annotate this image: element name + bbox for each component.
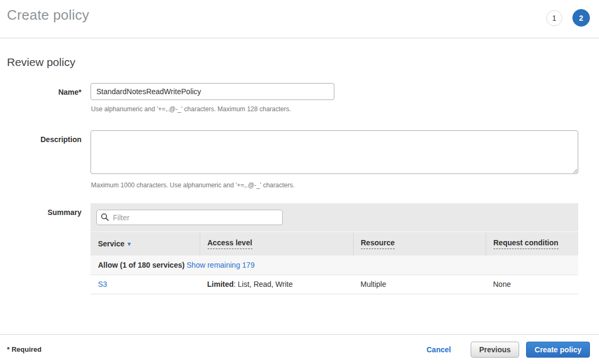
previous-button[interactable]: Previous <box>471 342 519 358</box>
page-header: Create policy 1 2 <box>0 0 599 38</box>
column-header-resource[interactable]: Resource <box>353 232 486 255</box>
allow-group-label: Allow (1 of 180 services) <box>98 261 185 269</box>
column-header-request-condition[interactable]: Request condition <box>486 232 578 255</box>
review-policy-form: Name* Use alphanumeric and '+=,.@-_' cha… <box>0 83 599 294</box>
allow-group-row: Allow (1 of 180 services) Show remaining… <box>91 255 578 275</box>
resource-cell: Multiple <box>353 275 486 294</box>
name-helper-text: Use alphanumeric and '+=,.@-_' character… <box>91 105 586 113</box>
summary-table: Service▾ Access level Resource Request c… <box>91 232 578 294</box>
name-label: Name* <box>58 88 81 96</box>
page-title: Create policy <box>7 6 89 23</box>
policy-name-input[interactable] <box>91 83 334 100</box>
service-s3-link[interactable]: S3 <box>98 280 107 288</box>
description-helper-text: Maximum 1000 characters. Use alphanumeri… <box>91 181 586 189</box>
table-row-s3: S3 Limited: List, Read, Write Multiple N… <box>91 275 578 294</box>
description-row: Description Maximum 1000 characters. Use… <box>0 130 599 189</box>
create-policy-button[interactable]: Create policy <box>526 342 590 358</box>
step-1-indicator[interactable]: 1 <box>546 10 562 26</box>
footer-bar: * Required Cancel Previous Create policy <box>0 334 599 364</box>
policy-description-textarea[interactable] <box>91 130 578 174</box>
step-indicator: 1 2 <box>546 6 590 27</box>
access-level-detail: : List, Read, Write <box>234 280 293 288</box>
name-row: Name* Use alphanumeric and '+=,.@-_' cha… <box>0 83 599 113</box>
description-label: Description <box>40 135 81 144</box>
section-title: Review policy <box>0 38 599 69</box>
summary-filter-input[interactable] <box>96 210 283 225</box>
column-header-access-level[interactable]: Access level <box>200 232 353 255</box>
show-remaining-link[interactable]: Show remaining 179 <box>187 261 255 269</box>
summary-table-container: Service▾ Access level Resource Request c… <box>91 203 578 294</box>
column-header-service[interactable]: Service▾ <box>91 232 200 255</box>
summary-table-header-row: Service▾ Access level Resource Request c… <box>91 232 578 255</box>
step-2-indicator[interactable]: 2 <box>572 9 590 27</box>
summary-row: Summary <box>0 203 599 294</box>
cancel-button[interactable]: Cancel <box>426 345 451 354</box>
summary-label: Summary <box>47 208 81 217</box>
request-condition-cell: None <box>486 275 578 294</box>
required-note: * Required <box>7 345 42 353</box>
access-level-prefix: Limited <box>207 280 234 288</box>
search-icon <box>101 213 109 221</box>
sort-descending-icon[interactable]: ▾ <box>128 241 131 247</box>
filter-bar <box>91 203 578 232</box>
